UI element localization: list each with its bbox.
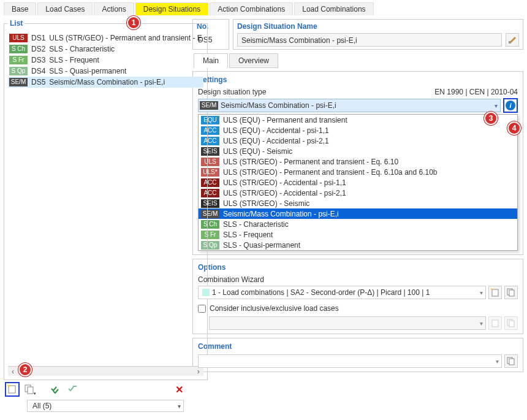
consider-checkbox-row[interactable]: Consider inclusive/exclusive load cases [198,304,518,313]
name-panel: Design Situation Name Seismic/Mass Combi… [233,19,523,50]
scroll-right-icon[interactable]: › [194,367,203,376]
name-label: Design Situation Name [237,22,519,31]
inclusive-new-button[interactable] [488,316,502,330]
comment-input[interactable]: ▾ [198,354,502,368]
subtabstrip: Main Overview [192,53,523,68]
library-icon [507,357,515,365]
comment-library-button[interactable] [504,354,518,368]
dd-item-equ-acc-1[interactable]: ACCULS (EQU) - Accidental - psi-1,1 [199,125,517,136]
dd-item-sls-freq[interactable]: S FrSLS - Frequent [199,229,517,240]
list-code: DS5 [31,78,45,86]
comment-title: Comment [198,342,518,351]
combo-value: Seismic/Mass Combination - psi-E,i [221,101,336,110]
inclusive-edit-button[interactable] [504,316,518,330]
comment-panel: Comment ▾ [192,338,523,372]
list-body: ULS DS1 ULS (STR/GEO) - Permanent and tr… [8,31,203,366]
dd-item-seismic-mass[interactable]: SE/MSeismic/Mass Combination - psi-E,i [199,208,517,219]
settings-title: Settings [198,75,518,84]
chevron-down-icon: ▾ [496,358,499,365]
svg-rect-14 [509,359,514,365]
scroll-left-icon[interactable]: ‹ [8,367,18,376]
combo-tag-icon: SE/M [200,101,218,110]
info-button[interactable]: i [503,98,518,113]
copy-button[interactable]: ▾ [22,382,37,397]
tab-action-combinations[interactable]: Action Combinations [210,2,293,15]
dd-item-str-seismic[interactable]: SEISULS (STR/GEO) - Seismic [199,198,517,208]
design-type-label: Design situation type [198,88,266,96]
rename-button[interactable] [506,33,519,47]
list-code: DS4 [31,67,45,75]
tab-load-combinations[interactable]: Load Combinations [294,2,373,15]
design-type-dropdown-list: EQUULS (EQU) - Permanent and transient A… [198,114,518,251]
tag-sch: S Ch [9,45,28,53]
inclusive-dropdown[interactable]: ▾ [209,316,486,330]
dd-item-equ-seismic[interactable]: SEISULS (EQU) - Seismic [199,146,517,156]
options-panel: Options Combination Wizard 1 - Load comb… [192,259,523,334]
callout-1: 1 [127,16,140,29]
filter-dropdown[interactable]: All (5) [27,400,184,412]
dd-item-str-acc-1[interactable]: ACCULS (STR/GEO) - Accidental - psi-1,1 [199,177,517,188]
tab-actions[interactable]: Actions [94,2,134,15]
chevron-down-icon: ▾ [480,289,483,296]
delete-icon: ✕ [175,384,183,395]
edit-icon [508,36,517,44]
combination-wizard-dropdown[interactable]: 1 - Load combinations | SA2 - Second-ord… [198,286,486,299]
delete-button[interactable]: ✕ [172,382,186,397]
subtab-main[interactable]: Main [194,53,228,68]
design-type-dropdown[interactable]: SE/M Seismic/Mass Combination - psi-E,i … [198,99,501,112]
standard-label: EN 1990 | CEN | 2010-04 [434,88,518,96]
list-item-ds3[interactable]: S Fr DS3 SLS - Frequent [8,55,203,66]
list-name: Seismic/Mass Combination - psi-E,i [49,78,165,86]
dd-item-str-acc-2[interactable]: ACCULS (STR/GEO) - Accidental - psi-2,1 [199,188,517,198]
combination-wizard-value: 1 - Load combinations | SA2 - Second-ord… [212,288,430,297]
filter-dropdown-wrap: All (5) [4,399,188,414]
wizard-edit-button[interactable] [504,286,518,299]
settings-panel: Settings Design situation type EN 1990 |… [192,71,523,255]
svg-rect-6 [492,289,498,296]
info-icon: i [506,101,515,110]
list-item-ds1[interactable]: ULS DS1 ULS (STR/GEO) - Permanent and tr… [8,32,203,44]
svg-rect-12 [509,321,514,327]
new-icon [7,384,17,394]
svg-rect-0 [9,386,15,393]
list-name: SLS - Frequent [49,56,99,64]
tab-load-cases[interactable]: Load Cases [37,2,93,15]
uncheck-all-button[interactable] [65,382,80,397]
list-name: ULS (STR/GEO) - Permanent and transient … [49,34,202,42]
swatch-icon [202,289,210,296]
list-item-ds4[interactable]: S Qp DS4 SLS - Quasi-permanent [8,66,203,77]
list-item-ds2[interactable]: S Ch DS2 SLS - Characteristic [8,44,203,55]
dd-item-sls-qp[interactable]: S QpSLS - Quasi-permanent [199,240,517,250]
filter-value: All (5) [32,402,51,410]
list-code: DS1 [31,34,45,42]
dd-item-str-610[interactable]: ULSULS (STR/GEO) - Permanent and transie… [199,156,517,167]
scroll-track[interactable] [18,367,194,376]
wizard-new-button[interactable] [488,286,502,299]
list-code: DS3 [31,56,45,64]
name-input[interactable]: Seismic/Mass Combination - psi-E,i [237,33,502,47]
list-item-ds5[interactable]: SE/M DS5 Seismic/Mass Combination - psi-… [8,77,203,88]
subtab-overview[interactable]: Overview [229,53,278,68]
list-name: SLS - Quasi-permanent [49,67,126,75]
tag-sqp: S Qp [9,67,28,75]
svg-rect-4 [73,386,77,387]
tab-design-situations[interactable]: Design Situations [135,2,208,15]
tag-sem: SE/M [9,78,28,86]
check-all-button[interactable] [48,382,63,397]
copy-icon [25,384,34,394]
dd-item-equ-acc-2[interactable]: ACCULS (EQU) - Accidental - psi-2,1 [199,136,517,146]
callout-4: 4 [507,121,521,135]
dd-item-sls-char[interactable]: S ChSLS - Characteristic [199,219,517,229]
new-icon [491,319,499,327]
dd-item-equ-permanent[interactable]: EQUULS (EQU) - Permanent and transient [199,115,517,125]
new-button[interactable] [5,382,20,397]
svg-rect-9 [509,290,514,296]
tag-uls: ULS [9,34,28,42]
tag-sfr: S Fr [9,56,28,64]
tab-base[interactable]: Base [4,2,36,15]
open-icon [507,319,515,327]
dd-item-str-610ab[interactable]: ULS*ULS (STR/GEO) - Permanent and transi… [199,167,517,177]
top-tabstrip: Base Load Cases Actions Design Situation… [0,0,527,15]
combination-wizard-label: Combination Wizard [198,275,518,284]
list-scrollbar[interactable]: ‹ › [8,366,203,376]
